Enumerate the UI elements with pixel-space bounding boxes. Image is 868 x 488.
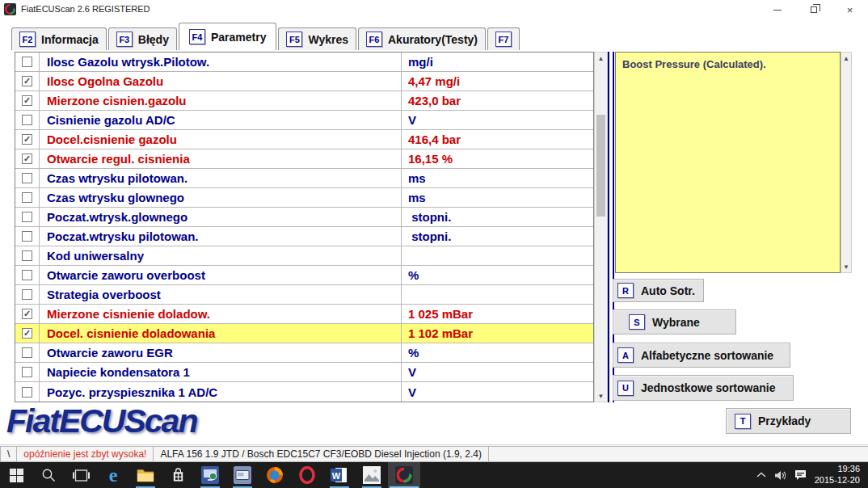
table-row[interactable]: Cisnienie gazolu AD/CV — [15, 111, 593, 130]
param-name: Otwarcie regul. cisnienia — [40, 149, 402, 168]
unit-sort-button[interactable]: U Jednostkowe sortowanie — [613, 375, 794, 401]
table-row[interactable]: Poczat.wtrysk.glownego stopni. — [15, 208, 593, 227]
row-checkbox[interactable] — [22, 250, 32, 261]
table-row[interactable]: Otwarcie zaworu overboost% — [15, 266, 593, 285]
taskbar-word-icon[interactable]: W — [323, 462, 356, 488]
fkey-badge: F5 — [286, 32, 302, 47]
row-checkbox[interactable] — [22, 270, 32, 280]
taskbar-edge-icon[interactable]: e — [97, 462, 129, 488]
parameter-description-panel: Boost Pressure (Calculated). — [615, 52, 841, 273]
row-checkbox[interactable] — [22, 367, 32, 377]
taskbar-remote-desktop-icon[interactable] — [194, 462, 226, 488]
table-scrollbar[interactable]: ▲ ▼ — [594, 52, 608, 402]
param-value: stopni. — [402, 208, 593, 226]
row-checkbox[interactable] — [22, 347, 32, 358]
tab-informacja[interactable]: F2Informacja — [11, 27, 107, 50]
table-row[interactable]: ✓Mierzone cisnienie doladow.1 025 mBar — [15, 305, 593, 324]
table-row[interactable]: Pozyc. przyspiesznika 1 AD/CV — [15, 382, 593, 402]
scrollbar-thumb[interactable] — [596, 115, 605, 217]
alphabetical-sort-button[interactable]: A Alfabetyczne sortowanie — [613, 343, 790, 368]
taskbar-photos-icon[interactable] — [356, 462, 388, 488]
table-row[interactable]: Otwarcie zaworu EGR% — [15, 343, 593, 363]
tab-błędy[interactable]: F3Błędy — [108, 27, 177, 50]
table-row[interactable]: Czas wtrysku pilotowan.ms — [15, 169, 593, 188]
param-value: V — [402, 363, 593, 381]
taskbar-firefox-icon[interactable] — [259, 462, 291, 488]
system-tray: 19:36 2015-12-20 — [756, 462, 868, 488]
volume-icon[interactable] — [774, 470, 786, 481]
tab-parametry[interactable]: F4Parametry — [179, 23, 277, 50]
parameters-table: Ilosc Gazolu wtrysk.Pilotow.mg/i✓Ilosc O… — [15, 52, 594, 402]
minimize-button[interactable] — [759, 0, 795, 19]
param-value: ms — [402, 188, 593, 207]
checkbox-cell: ✓ — [15, 324, 40, 343]
table-row[interactable]: Napiecie kondensatora 1V — [15, 363, 593, 382]
table-row[interactable]: Strategia overboost — [15, 285, 593, 305]
table-row[interactable]: ✓Mierzone cisnien.gazolu423,0 bar — [15, 91, 593, 111]
description-scrollbar[interactable]: ▲ ▼ — [841, 52, 852, 273]
row-checkbox[interactable] — [22, 57, 32, 67]
row-checkbox[interactable]: ✓ — [22, 154, 32, 164]
param-value: 416,4 bar — [402, 130, 593, 149]
tab-wykres[interactable]: F5Wykres — [278, 27, 356, 50]
checkbox-cell: ✓ — [15, 305, 40, 323]
row-checkbox[interactable] — [22, 231, 32, 242]
hidden-icons-chevron-icon[interactable] — [756, 472, 766, 478]
checkbox-cell: ✓ — [15, 149, 40, 168]
taskbar-store-icon[interactable] — [162, 462, 194, 488]
action-center-icon[interactable] — [794, 469, 807, 481]
tab-label: Akuratory(Testy) — [388, 33, 478, 46]
taskbar-fiatecuscan-icon[interactable] — [388, 462, 420, 488]
tab-f7[interactable]: F7 — [487, 27, 520, 50]
scroll-down-icon[interactable]: ▼ — [841, 261, 851, 272]
row-checkbox[interactable]: ✓ — [22, 309, 32, 319]
restore-button[interactable] — [795, 0, 832, 19]
checkbox-cell — [15, 382, 40, 402]
table-row[interactable]: ✓Docel.cisnienie gazolu416,4 bar — [15, 130, 593, 149]
row-checkbox[interactable] — [22, 289, 32, 300]
param-name: Cisnienie gazolu AD/C — [40, 111, 402, 129]
title-bar: FiatECUScan 2.6 REGISTERED × — [0, 0, 868, 18]
scroll-down-icon[interactable]: ▼ — [595, 390, 607, 402]
taskbar-task-view-icon[interactable] — [65, 462, 97, 488]
param-value: 4,47 mg/i — [402, 72, 593, 90]
close-button[interactable]: × — [832, 0, 868, 19]
row-checkbox[interactable]: ✓ — [22, 95, 32, 106]
row-checkbox[interactable] — [22, 212, 32, 222]
param-name: Docel.cisnienie gazolu — [40, 130, 402, 149]
row-checkbox[interactable] — [22, 192, 32, 203]
checkbox-cell — [15, 188, 40, 207]
table-row[interactable]: Ilosc Gazolu wtrysk.Pilotow.mg/i — [15, 53, 593, 72]
taskbar-file-explorer-icon[interactable] — [129, 462, 162, 488]
table-row[interactable]: Poczat.wtrysku pilotowan. stopni. — [15, 227, 593, 246]
row-checkbox[interactable] — [22, 387, 32, 398]
row-checkbox[interactable] — [22, 115, 32, 125]
row-checkbox[interactable] — [22, 173, 32, 183]
param-name: Czas wtrysku pilotowan. — [40, 169, 402, 187]
row-checkbox[interactable]: ✓ — [22, 134, 32, 145]
auto-sort-button[interactable]: R Auto Sotr. — [613, 279, 704, 302]
key-a-badge: A — [617, 347, 634, 363]
table-row[interactable]: ✓Docel. cisnienie doladowania1 102 mBar — [15, 324, 593, 343]
selected-button[interactable]: S Wybrane — [613, 309, 736, 334]
checkbox-cell — [15, 227, 40, 246]
taskbar-start-icon[interactable] — [0, 462, 32, 488]
table-row[interactable]: Kod uniwersalny — [15, 246, 593, 266]
status-vehicle-info: ALFA 156 1.9 JTD / Bosch EDC15C7 CF3/EOB… — [154, 446, 489, 462]
taskbar-messaging-icon[interactable] — [226, 462, 259, 488]
taskbar-opera-icon[interactable] — [291, 462, 323, 488]
scroll-up-icon[interactable]: ▲ — [841, 53, 851, 64]
table-row[interactable]: ✓Otwarcie regul. cisnienia16,15 % — [15, 149, 593, 169]
table-row[interactable]: ✓Ilosc Ogolna Gazolu4,47 mg/i — [15, 72, 593, 91]
tab-akuratory-testy-[interactable]: F6Akuratory(Testy) — [358, 27, 486, 50]
tray-clock[interactable]: 19:36 2015-12-20 — [815, 464, 860, 486]
taskbar-search-icon[interactable] — [32, 462, 65, 488]
fiatecuscan-logo: FiatECUScan — [6, 402, 196, 440]
table-row[interactable]: Czas wtrysku glownegoms — [15, 188, 593, 208]
row-checkbox[interactable]: ✓ — [22, 328, 32, 339]
scroll-up-icon[interactable]: ▲ — [595, 53, 607, 64]
row-checkbox[interactable]: ✓ — [22, 76, 32, 86]
examples-button[interactable]: T Przykłady — [726, 408, 851, 434]
param-value: % — [402, 343, 593, 362]
param-value: 1 025 mBar — [402, 305, 593, 323]
